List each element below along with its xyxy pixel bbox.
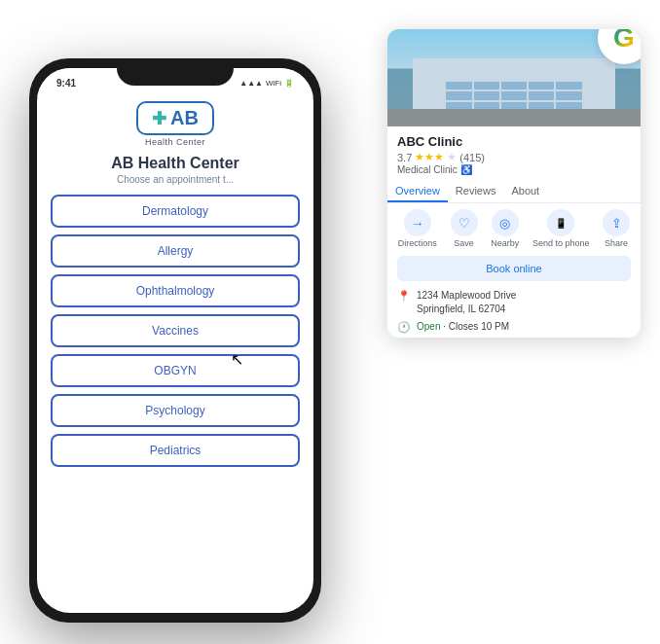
cross-icon: ✚ — [152, 108, 166, 129]
rating-row: 3.7 ★★★ ★ (415) — [397, 151, 631, 163]
card-actions: → Directions ♡ Save ◎ Nearby 📱 Send to p… — [387, 209, 641, 248]
vaccines-button[interactable]: Vaccines — [51, 314, 300, 347]
window — [501, 91, 527, 99]
psychology-button[interactable]: Psychology — [51, 394, 300, 427]
open-status: Open — [417, 321, 440, 332]
allergy-button[interactable]: Allergy — [51, 234, 300, 268]
google-card: G — [387, 29, 641, 338]
window — [529, 82, 554, 89]
status-time: 9:41 — [56, 78, 76, 89]
clinic-subtitle: Choose an appointment t... — [51, 174, 300, 185]
nearby-icon: ◎ — [492, 209, 519, 236]
share-icon: ⇪ — [603, 209, 630, 236]
directions-icon: → — [404, 209, 431, 236]
logo-box: ✚ AB — [136, 101, 214, 135]
tab-reviews[interactable]: Reviews — [448, 181, 504, 202]
send-to-phone-action[interactable]: 📱 Send to phone — [532, 209, 590, 248]
card-info: ABC Clinic 3.7 ★★★ ★ (415) Medical Clini… — [387, 126, 641, 175]
stars-filled: ★★★ — [415, 151, 444, 163]
dermatology-button[interactable]: Dermatology — [51, 195, 300, 228]
clock-icon: 🕐 — [397, 321, 411, 334]
hours-row: 🕐 Open · Closes 10 PM — [387, 320, 641, 338]
directions-label: Directions — [398, 238, 437, 248]
status-icons: ▲▲▲ WiFi 🔋 — [239, 79, 294, 88]
save-icon: ♡ — [451, 209, 478, 236]
google-g-icon: G — [613, 29, 635, 54]
scene: 9:41 ▲▲▲ WiFi 🔋 ✚ AB Health Center — [0, 0, 660, 644]
window — [446, 82, 471, 89]
road — [387, 109, 641, 126]
location-pin-icon: 📍 — [397, 290, 411, 303]
send-phone-icon: 📱 — [547, 209, 574, 236]
phone-content: ✚ AB Health Center AB Health Center Choo… — [37, 97, 313, 474]
stars-empty: ★ — [447, 151, 457, 163]
window — [446, 91, 471, 99]
window — [474, 91, 499, 99]
wheelchair-icon: ♿ — [460, 164, 472, 175]
ophthalmology-button[interactable]: Ophthalmology — [51, 274, 300, 307]
clinic-name: ABC Clinic — [397, 134, 631, 149]
share-label: Share — [605, 238, 628, 248]
phone-screen: 9:41 ▲▲▲ WiFi 🔋 ✚ AB Health Center — [37, 68, 313, 613]
rating-count: (415) — [459, 152, 485, 163]
share-action[interactable]: ⇪ Share — [603, 209, 630, 248]
window — [556, 91, 581, 99]
send-phone-label: Send to phone — [532, 238, 590, 248]
hours-text: Open · Closes 10 PM — [417, 320, 509, 334]
tab-about[interactable]: About — [503, 181, 547, 202]
clinic-type-text: Medical Clinic — [397, 164, 458, 175]
address-row: 📍 1234 Maplewood DriveSpringfield, IL 62… — [387, 289, 641, 320]
window — [501, 82, 527, 89]
battery-icon: 🔋 — [284, 79, 294, 88]
pediatrics-button[interactable]: Pediatrics — [51, 434, 300, 467]
signal-icon: ▲▲▲ — [239, 79, 263, 88]
building-windows — [443, 79, 585, 113]
tab-overview[interactable]: Overview — [387, 181, 448, 202]
book-online-button[interactable]: Book online — [397, 256, 631, 281]
phone-notch — [117, 58, 234, 86]
window — [474, 82, 499, 89]
obgyn-button[interactable]: OBGYN — [51, 354, 300, 387]
rating-number: 3.7 — [397, 152, 412, 163]
window — [556, 82, 581, 89]
clinic-title: AB Health Center — [51, 155, 300, 172]
closing-time: · Closes 10 PM — [443, 321, 509, 332]
nearby-action[interactable]: ◎ Nearby — [491, 209, 519, 248]
save-label: Save — [454, 238, 474, 248]
window — [529, 91, 554, 99]
logo-container: ✚ AB Health Center — [136, 101, 214, 147]
nearby-label: Nearby — [491, 238, 519, 248]
card-tabs[interactable]: Overview Reviews About — [387, 181, 641, 203]
clinic-logo: ✚ AB Health Center — [51, 97, 300, 147]
logo-subtitle: Health Center — [145, 137, 205, 147]
phone-device: 9:41 ▲▲▲ WiFi 🔋 ✚ AB Health Center — [29, 58, 321, 623]
address-text: 1234 Maplewood DriveSpringfield, IL 6270… — [417, 289, 516, 316]
clinic-type: Medical Clinic ♿ — [397, 164, 631, 175]
save-action[interactable]: ♡ Save — [451, 209, 478, 248]
directions-action[interactable]: → Directions — [398, 209, 437, 248]
wifi-icon: WiFi — [266, 79, 281, 88]
logo-letters: AB — [170, 107, 199, 129]
